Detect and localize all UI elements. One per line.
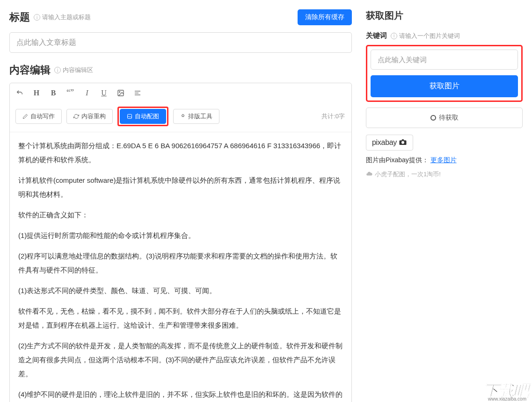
- bold-icon[interactable]: B: [49, 89, 58, 97]
- footer-note-text: 小虎子配图，一次1淘币!: [375, 170, 441, 179]
- auto-image-button[interactable]: 自动配图: [120, 109, 166, 124]
- pending-label: 待获取: [439, 114, 459, 122]
- refresh-icon: [73, 114, 79, 119]
- editor-box: H B “” I U 自动写作 内容重构: [9, 83, 352, 402]
- italic-icon[interactable]: I: [83, 89, 91, 97]
- svg-point-7: [401, 141, 404, 144]
- picture-icon: [127, 114, 132, 119]
- svg-point-1: [119, 91, 120, 92]
- auto-write-button[interactable]: 自动写作: [15, 109, 62, 124]
- highlight-keyword-box: 获取图片: [366, 45, 523, 102]
- info-icon: i: [54, 67, 61, 73]
- circle-icon: [430, 115, 436, 121]
- info-icon: i: [391, 33, 397, 39]
- underline-icon[interactable]: U: [100, 89, 108, 97]
- restructure-label: 内容重构: [81, 112, 106, 121]
- pixabay-logo-text: pixabay: [372, 138, 397, 147]
- fetch-image-button[interactable]: 获取图片: [371, 75, 518, 97]
- article-title-input[interactable]: [9, 32, 352, 53]
- quote-icon[interactable]: “”: [66, 88, 74, 98]
- title-hint-text: 请输入主题或标题: [42, 13, 91, 22]
- action-toolbar: 自动写作 内容重构 自动配图 排版工具 共计:0字: [10, 103, 351, 132]
- content-paragraph: 整个计算机系统由两部分组成：E.69DA 5 E 6 BA 9062616964…: [18, 139, 343, 167]
- keyword-input[interactable]: [371, 50, 518, 70]
- pixabay-badge[interactable]: pixabay: [366, 135, 413, 151]
- watermark-url: www.xiazaiba.com: [486, 396, 528, 402]
- undo-icon[interactable]: [15, 89, 24, 97]
- content-paragraph: 计算机软件(computer software)是指计算机系统中除硬件以外的所有…: [18, 173, 343, 201]
- camera-icon: [399, 139, 407, 147]
- provider-line: 图片由Pixabay提供： 更多图片: [366, 156, 523, 165]
- info-icon: i: [34, 14, 40, 21]
- format-toolbar: H B “” I U: [10, 83, 351, 103]
- layout-icon: [180, 114, 186, 119]
- editor-content[interactable]: 整个计算机系统由两部分组成：E.69DA 5 E 6 BA 9062616964…: [10, 132, 351, 402]
- pending-status: 待获取: [366, 108, 523, 128]
- content-paragraph: (1)提供运行时所需功能和性能的命令或计算机程序集合。: [18, 229, 343, 243]
- auto-image-label: 自动配图: [135, 112, 159, 121]
- keyword-header: 关键词 i 请输入一个图片关键词: [366, 31, 523, 40]
- content-hint: i 内容编辑区: [54, 66, 93, 74]
- keyword-label: 关键词: [366, 31, 387, 40]
- align-left-icon[interactable]: [133, 89, 142, 97]
- content-paragraph: (4)维护不同的硬件是旧的，理论上软件是旧的，并不坏，但实际上软件也是旧的和坏的…: [18, 388, 343, 402]
- title-section-header: 标题 i 请输入主题或标题 清除所有缓存: [9, 9, 352, 25]
- provider-prefix: 图片由Pixabay提供：: [366, 156, 429, 164]
- heading-icon[interactable]: H: [32, 89, 41, 97]
- content-label: 内容编辑: [9, 63, 51, 77]
- content-paragraph: 软件的正确含义如下：: [18, 208, 343, 222]
- content-paragraph: 软件看不见，无色，枯燥，看不见，摸不到，闻不到。软件大部分存在于人们的头脑或纸上…: [18, 304, 343, 332]
- content-hint-text: 内容编辑区: [63, 66, 93, 74]
- content-paragraph: (2)程序可以满意地处理信息的数据结构。(3)说明程序功能要求和程序需要的文档的…: [18, 249, 343, 277]
- title-hint: i 请输入主题或标题: [34, 13, 91, 22]
- clear-cache-button[interactable]: 清除所有缓存: [298, 9, 352, 25]
- auto-write-label: 自动写作: [30, 112, 55, 121]
- cloud-icon: [366, 171, 372, 179]
- image-icon[interactable]: [117, 89, 125, 97]
- content-paragraph: (1)表达形式不同的硬件类型、颜色、味道、可见、可摸、可闻。: [18, 284, 343, 298]
- title-label: 标题: [9, 10, 30, 24]
- keyword-hint: i 请输入一个图片关键词: [391, 32, 460, 40]
- sidebar-title: 获取图片: [366, 9, 523, 22]
- highlight-auto-image: 自动配图: [117, 107, 168, 126]
- keyword-hint-text: 请输入一个图片关键词: [399, 32, 460, 40]
- content-section-header: 内容编辑 i 内容编辑区: [9, 63, 352, 77]
- more-images-link[interactable]: 更多图片: [430, 156, 457, 164]
- layout-tool-label: 排版工具: [188, 112, 212, 121]
- layout-tool-button[interactable]: 排版工具: [173, 109, 219, 124]
- footer-note: 小虎子配图，一次1淘币!: [366, 170, 523, 179]
- word-count: 共计:0字: [321, 112, 346, 121]
- content-paragraph: (2)生产方式不同的软件是开发，是人类智能的高发挥，而不是传统意义上的硬件制造。…: [18, 339, 343, 381]
- restructure-button[interactable]: 内容重构: [66, 109, 113, 124]
- pencil-icon: [22, 114, 28, 119]
